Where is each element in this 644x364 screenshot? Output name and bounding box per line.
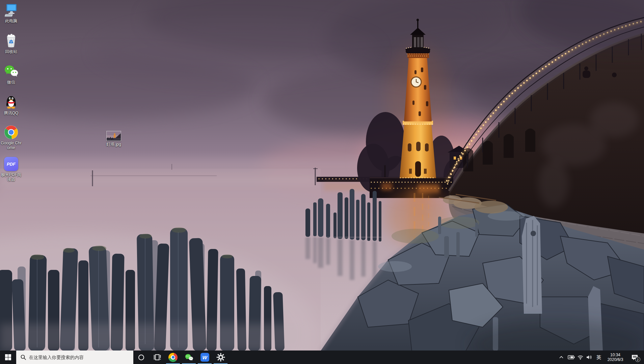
aurora-pdf-reader-icon: PDF <box>4 157 19 171</box>
wall-ornament <box>612 73 617 77</box>
volume-status[interactable] <box>585 351 594 364</box>
wps-icon: W <box>200 353 209 362</box>
battery-status[interactable] <box>566 351 576 364</box>
network-status[interactable] <box>576 351 585 364</box>
wifi-icon <box>578 355 583 360</box>
recycle-bin-icon <box>4 33 19 48</box>
windows-logo-icon <box>5 354 11 360</box>
start-button[interactable] <box>0 351 16 364</box>
taskbar-settings-button[interactable] <box>213 351 229 364</box>
gear-icon <box>216 353 225 362</box>
taskbar-wps-button[interactable]: W <box>197 351 213 364</box>
icon-label: 灯塔.jpg <box>106 142 121 147</box>
wechat-icon <box>4 64 19 79</box>
chevron-up-icon <box>559 356 563 359</box>
desktop-icon-aurora-pdf-reader[interactable]: PDF 极光PDF阅读器 <box>0 157 22 182</box>
google-chrome-icon <box>4 125 19 140</box>
speaker-icon <box>586 355 592 360</box>
taskbar: W <box>0 351 644 364</box>
wps-logo-text: W <box>202 355 207 360</box>
cortana-button[interactable] <box>133 351 149 364</box>
tencent-qq-icon <box>4 95 19 110</box>
notification-badge: 2 <box>635 357 640 362</box>
lighthouse-tower <box>404 57 432 121</box>
search-input[interactable] <box>29 355 120 360</box>
wechat-icon <box>184 353 194 362</box>
clock-time: 10:34 <box>610 353 620 357</box>
taskbar-search[interactable] <box>16 351 133 364</box>
action-center-button[interactable]: 2 <box>627 351 642 364</box>
desktop-icon-wechat[interactable]: 微信 <box>0 64 22 85</box>
desktop-icon-this-pc[interactable]: 此电脑 <box>0 3 22 23</box>
this-pc-icon <box>4 3 19 18</box>
icon-label: 极光PDF阅读器 <box>0 172 22 182</box>
icon-label: 回收站 <box>5 49 17 54</box>
windows-desktop: 此电脑 回收站 微信 <box>0 0 644 364</box>
system-tray: 英 10:34 2020/6/3 2 <box>556 351 644 364</box>
battery-charging-icon <box>568 355 575 359</box>
cortana-icon <box>138 355 144 360</box>
ime-label: 英 <box>596 354 601 361</box>
desktop-file-lighthouse-jpg[interactable]: 灯塔.jpg <box>103 131 125 147</box>
icon-label: Google Chrome <box>0 141 22 150</box>
desktop-icon-tencent-qq[interactable]: 腾讯QQ <box>0 95 22 115</box>
icon-label: 腾讯QQ <box>4 111 19 115</box>
taskbar-clock[interactable]: 10:34 2020/6/3 <box>603 351 627 364</box>
wallpaper-image <box>0 0 644 351</box>
task-view-icon <box>154 354 161 361</box>
ime-indicator[interactable]: 英 <box>594 351 603 364</box>
taskbar-chrome-button[interactable] <box>165 351 181 364</box>
desktop-icon-recycle-bin[interactable]: 回收站 <box>0 33 22 54</box>
icon-label: 微信 <box>7 80 15 85</box>
desktop-icon-google-chrome[interactable]: Google Chrome <box>0 125 22 150</box>
task-view-button[interactable] <box>149 351 165 364</box>
pdf-logo-text: PDF <box>7 162 16 167</box>
clock-date: 2020/6/3 <box>608 357 623 362</box>
tray-overflow-button[interactable] <box>556 351 566 364</box>
chrome-icon <box>168 353 178 362</box>
icon-label: 此电脑 <box>5 19 17 23</box>
taskbar-wechat-button[interactable] <box>181 351 197 364</box>
search-icon <box>21 355 26 360</box>
lighthouse-jpg-thumbnail <box>106 131 121 141</box>
